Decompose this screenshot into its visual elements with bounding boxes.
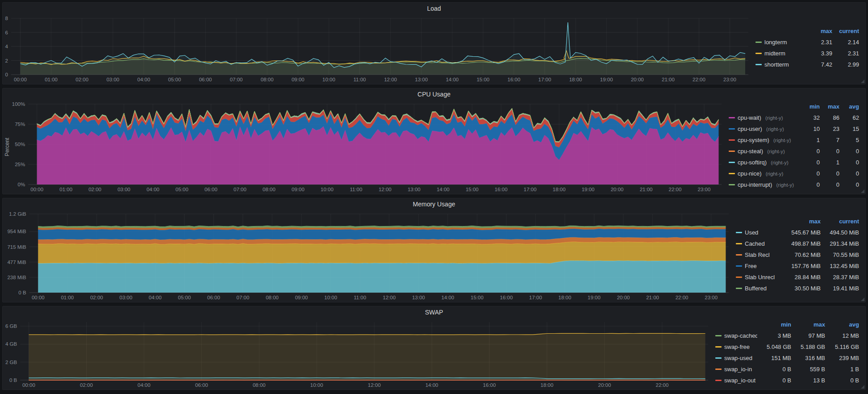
svg-text:954 MiB: 954 MiB [7,229,26,234]
load-chart[interactable]: 00:0001:0002:0003:0004:0005:0006:0007:00… [3,14,753,84]
svg-text:02:00: 02:00 [90,295,103,300]
panel-resize-handle[interactable] [861,189,864,193]
legend-item-swap-cached[interactable]: swap-cached3 MB97 MB12 MB [715,330,859,341]
legend-column-avg[interactable]: avg [839,103,859,110]
legend-column-max[interactable]: max [805,28,832,34]
legend-item-longterm[interactable]: longterm2.312.14 [755,37,859,48]
legend-item-cpu-steal[interactable]: cpu-steal) (right-y)000 [729,146,859,157]
legend-column-min[interactable]: min [800,103,820,110]
legend-item-cpu-nice[interactable]: cpu-nice) (right-y)000 [729,168,859,179]
series-color-swatch [736,265,742,267]
svg-text:19:00: 19:00 [600,77,613,82]
legend-column-max[interactable]: max [820,103,839,110]
legend-value: 0 [800,170,820,177]
legend-column-current[interactable]: current [821,218,859,225]
panel-resize-handle[interactable] [861,80,864,83]
legend-item-used[interactable]: Used545.67 MiB494.50 MiB [736,227,859,238]
svg-text:06:00: 06:00 [199,77,212,82]
panel-title-load[interactable]: Load [3,3,865,14]
legend-value: 3 MB [757,332,791,339]
legend-item-cpu-wait[interactable]: cpu-wait) (right-y)328662 [729,112,859,123]
series-color-swatch [715,369,722,370]
series-label: Slab Recl [745,251,770,258]
legend-value: 0 [820,181,839,188]
legend-value: 1 [820,159,839,166]
legend-item-cpu-softirq[interactable]: cpu-softirq) (right-y)010 [729,157,859,168]
svg-text:00:00: 00:00 [22,382,35,388]
svg-text:17:00: 17:00 [529,295,542,300]
panel-title-swap[interactable]: SWAP [3,306,865,318]
svg-text:05:00: 05:00 [178,295,191,300]
svg-text:100%: 100% [12,101,25,107]
svg-text:07:00: 07:00 [237,295,250,300]
svg-text:75%: 75% [15,122,25,127]
legend-item-free[interactable]: Free157.76 MiB132.45 MiB [736,260,859,272]
legend-item-slabrecl[interactable]: Slab Recl70.62 MiB70.55 MiB [736,249,859,260]
legend-value: 23 [820,126,839,132]
svg-text:18:00: 18:00 [553,187,566,192]
series-label: cpu-interrupt) [738,181,772,188]
panel-resize-handle[interactable] [861,385,864,389]
panel-resize-handle[interactable] [861,298,864,301]
legend-value: 7 [820,137,839,143]
legend-column-max[interactable]: max [782,218,821,225]
legend-item-cached[interactable]: Cached498.87 MiB291.34 MiB [736,238,859,249]
series-color-swatch [736,254,742,256]
svg-text:1.2 GiB: 1.2 GiB [9,211,26,217]
legend-value: 62 [839,114,859,121]
svg-text:16:00: 16:00 [508,77,521,82]
svg-text:05:00: 05:00 [175,187,188,192]
panel-title-memory[interactable]: Memory Usage [3,198,865,210]
legend-column-min[interactable]: min [757,321,791,328]
svg-text:04:00: 04:00 [149,295,162,300]
legend-item-swap-free[interactable]: swap-free5.048 GB5.188 GB5.116 GB [715,341,859,352]
svg-text:50%: 50% [15,142,25,147]
memory-usage-chart[interactable]: 00:0001:0002:0003:0004:0005:0006:0007:00… [3,210,733,302]
legend-value: 1 [800,137,820,143]
svg-text:04:00: 04:00 [138,77,150,82]
svg-text:19:00: 19:00 [582,187,595,192]
legend-value: 70.55 MiB [821,251,859,258]
legend-item-cpu-interrupt[interactable]: cpu-interrupt) (right-y)000 [729,179,859,190]
legend-item-swap_io-out[interactable]: swap_io-out0 B13 B0 B [715,375,859,386]
legend-column-max[interactable]: max [791,321,825,328]
legend-value: 0 B [757,377,791,384]
legend-item-cpu-system[interactable]: cpu-system) (right-y)175 [729,134,859,146]
legend-item-buffered[interactable]: Buffered30.50 MiB19.41 MiB [736,283,859,294]
series-color-swatch [729,139,735,141]
series-label: Used [745,229,758,236]
swap-chart[interactable]: 00:0002:0004:0006:0008:0010:0012:0014:00… [3,318,713,390]
legend-item-midterm[interactable]: midterm3.392.31 [755,48,859,59]
svg-text:12:00: 12:00 [379,187,392,192]
svg-text:21:00: 21:00 [662,77,675,82]
legend-item-swap_io-in[interactable]: swap_io-in0 B559 B1 B [715,364,859,375]
svg-text:18:00: 18:00 [541,382,554,388]
svg-text:8: 8 [5,16,8,21]
legend-item-swap-used[interactable]: swap-used151 MB316 MB239 MB [715,352,859,364]
cpu-usage-chart[interactable]: 00:0001:0002:0003:0004:0005:0006:0007:00… [11,100,726,194]
svg-text:09:00: 09:00 [292,77,305,82]
series-label: cpu-user) [738,126,762,132]
legend-value: 28.84 MiB [782,274,821,281]
panel-title-cpu[interactable]: CPU Usage [3,88,865,100]
series-color-swatch [736,277,742,278]
legend-item-cpu-user[interactable]: cpu-user) (right-y)102315 [729,123,859,134]
svg-text:05:00: 05:00 [168,77,181,82]
legend-column-avg[interactable]: avg [825,321,859,328]
legend-column-current[interactable]: current [832,28,859,34]
svg-text:00:00: 00:00 [14,77,27,82]
svg-text:18:00: 18:00 [569,77,582,82]
svg-text:25%: 25% [15,162,25,167]
cpu-legend: minmaxavgcpu-wait) (right-y)328662cpu-us… [726,100,865,194]
legend-value: 0 [800,148,820,155]
svg-text:6 GB: 6 GB [5,323,17,329]
legend-value: 0 [839,181,859,188]
series-label: cpu-softirq) [738,159,767,166]
legend-header: maxcurrent [736,216,859,227]
series-color-swatch [715,346,722,348]
svg-text:0: 0 [5,72,8,77]
legend-item-slabunrecl[interactable]: Slab Unrecl28.84 MiB28.37 MiB [736,272,859,283]
legend-value: 86 [820,114,839,121]
legend-item-shortterm[interactable]: shortterm7.422.99 [755,59,859,70]
series-color-swatch [729,128,735,130]
